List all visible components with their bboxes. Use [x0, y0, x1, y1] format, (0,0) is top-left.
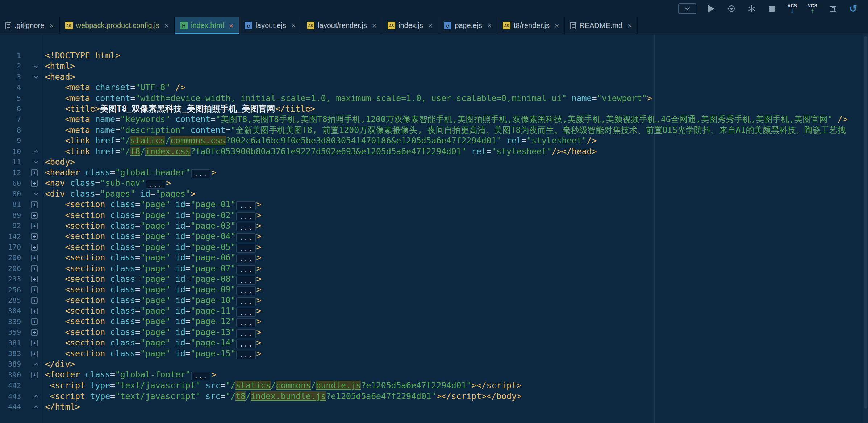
tab-close-icon[interactable]: × [372, 22, 376, 29]
code-text[interactable]: <link href="/statics/commons.css?002c6a1… [42, 135, 868, 146]
folded-region-placeholder[interactable]: ... [236, 201, 255, 210]
code-text[interactable]: <section class="page" id="page-09"...> [42, 284, 868, 295]
vcs-update-button[interactable]: VCS↓ [787, 3, 798, 14]
code-text[interactable]: <section class="page" id="page-14"...> [42, 338, 868, 348]
fold-expand-icon[interactable]: + [31, 233, 38, 240]
folded-region-placeholder[interactable]: ... [236, 244, 255, 253]
fold-collapse-icon[interactable] [34, 74, 38, 79]
tab-layout-render-js[interactable]: JSlayout/render.js× [301, 17, 382, 34]
code-text[interactable]: <html> [42, 61, 868, 71]
folded-region-placeholder[interactable]: ... [191, 169, 210, 178]
vcs-commit-button[interactable]: VCS↑ [807, 3, 818, 14]
run-config-dropdown[interactable] [678, 3, 696, 14]
tab-close-icon[interactable]: × [627, 22, 632, 29]
token-link[interactable]: statics [130, 136, 165, 145]
run-button[interactable] [706, 3, 717, 14]
tab-close-icon[interactable]: × [291, 22, 296, 29]
fold-expand-icon[interactable]: + [31, 329, 38, 336]
code-text[interactable]: <section class="page" id="page-07"...> [42, 263, 868, 274]
code-text[interactable]: <section class="page" id="page-04"...> [42, 231, 868, 242]
tab-index-html[interactable]: Hindex.html× [175, 17, 239, 34]
fold-expand-icon[interactable]: + [31, 265, 38, 272]
code-text[interactable]: <!DOCTYPE html> [42, 50, 868, 61]
fold-expand-icon[interactable]: + [31, 169, 38, 176]
fold-expand-icon[interactable]: + [31, 276, 38, 282]
tab-close-icon[interactable]: × [229, 22, 233, 29]
folded-region-placeholder[interactable]: ... [236, 329, 255, 338]
tab-page-ejs[interactable]: epage.ejs× [438, 17, 497, 34]
folded-region-placeholder[interactable]: ... [236, 308, 255, 317]
fold-expand-icon[interactable]: + [31, 201, 38, 208]
code-text[interactable]: <header class="global-header"...> [42, 167, 868, 178]
scrollbar-thumb[interactable] [864, 36, 867, 409]
tab-close-icon[interactable]: × [428, 22, 433, 29]
folded-region-placeholder[interactable]: ... [236, 318, 255, 327]
fold-collapse-icon[interactable] [34, 405, 38, 410]
token-link[interactable]: t8 [130, 147, 140, 156]
fold-collapse-icon[interactable] [34, 191, 38, 196]
tab-close-icon[interactable]: × [555, 22, 559, 29]
code-text[interactable]: <section class="page" id="page-02"...> [42, 210, 868, 221]
fold-expand-icon[interactable]: + [31, 244, 38, 251]
fold-collapse-icon[interactable] [34, 63, 38, 68]
code-text[interactable]: <section class="page" id="page-10"...> [42, 295, 868, 306]
code-text[interactable]: <section class="page" id="page-01"...> [42, 199, 868, 210]
token-link[interactable]: statics [235, 381, 271, 390]
fold-expand-icon[interactable]: + [31, 340, 38, 346]
tab-close-icon[interactable]: × [49, 22, 54, 29]
code-text[interactable]: <meta name="keywords" content="美图T8,美图T8… [42, 114, 868, 125]
folded-region-placeholder[interactable]: ... [236, 276, 255, 285]
fold-expand-icon[interactable]: + [31, 255, 38, 261]
fold-expand-icon[interactable]: + [31, 318, 38, 325]
code-text[interactable]: <title>美图T8_双像素黑科技_美图拍照手机_美图官网</title> [42, 104, 868, 114]
code-text[interactable]: <nav class="sub-nav"...> [42, 178, 868, 189]
code-text[interactable]: <footer class="global-footer"...> [42, 369, 868, 380]
code-text[interactable]: <head> [42, 72, 868, 82]
code-text[interactable]: <section class="page" id="page-08"...> [42, 274, 868, 285]
folded-region-placeholder[interactable]: ... [146, 180, 165, 189]
tab-layout-ejs[interactable]: elayout.ejs× [239, 17, 301, 34]
folded-region-placeholder[interactable]: ... [236, 212, 255, 221]
folded-region-placeholder[interactable]: ... [236, 351, 255, 359]
code-text[interactable]: <section class="page" id="page-06"...> [42, 252, 868, 263]
tab-webpack-product-config-js[interactable]: JSwebpack.product.config.js× [60, 17, 175, 34]
code-text[interactable]: <body> [42, 157, 868, 167]
tab-t8-render-js[interactable]: JSt8/render.js× [497, 17, 565, 34]
tab-gitignore[interactable]: .gitignore× [0, 17, 60, 34]
folded-region-placeholder[interactable]: ... [236, 286, 255, 295]
fold-collapse-icon[interactable] [34, 363, 38, 368]
code-text[interactable]: <section class="page" id="page-05"...> [42, 242, 868, 253]
fold-collapse-icon[interactable] [34, 395, 38, 399]
code-text[interactable]: <script type="text/javascript" src="/sta… [42, 380, 868, 391]
code-text[interactable]: </html> [42, 402, 868, 412]
fold-expand-icon[interactable]: + [31, 212, 38, 219]
fold-collapse-icon[interactable] [34, 159, 38, 164]
fold-collapse-icon[interactable] [34, 150, 38, 155]
code-text[interactable]: <section class="page" id="page-13"...> [42, 327, 868, 338]
folded-region-placeholder[interactable]: ... [236, 233, 255, 242]
token-link[interactable]: index.css [145, 147, 191, 156]
token-link[interactable]: index.bundle.js [251, 391, 326, 401]
fold-expand-icon[interactable]: + [31, 297, 38, 304]
fold-expand-icon[interactable]: + [31, 372, 38, 378]
folded-region-placeholder[interactable]: ... [236, 255, 255, 263]
folded-region-placeholder[interactable]: ... [191, 372, 210, 380]
tab-readme-md[interactable]: README.md× [565, 17, 638, 34]
rollback-button[interactable]: ↺ [848, 3, 859, 14]
fold-expand-icon[interactable]: + [31, 180, 38, 187]
code-text[interactable]: <section class="page" id="page-11"...> [42, 306, 868, 317]
diff-button[interactable] [827, 3, 838, 14]
code-area[interactable]: 1<!DOCTYPE html>2<html>3<head>4 <meta ch… [0, 34, 868, 412]
token-link[interactable]: commons [276, 381, 311, 390]
fold-expand-icon[interactable]: + [31, 223, 38, 229]
code-text[interactable]: <section class="page" id="page-12"...> [42, 316, 868, 327]
code-text[interactable]: <section class="page" id="page-15"...> [42, 348, 868, 359]
code-text[interactable]: <script type="text/javascript" src="/t8/… [42, 391, 868, 402]
code-text[interactable]: <meta name="description" content="全新美图手机… [42, 125, 868, 135]
token-link[interactable]: bundle.js [316, 381, 361, 390]
token-link[interactable]: commons.css [170, 136, 225, 145]
code-text[interactable]: <meta content="width=device-width, initi… [42, 93, 868, 104]
tab-index-js[interactable]: JSindex.js× [382, 17, 438, 34]
code-text[interactable]: <link href="/t8/index.css?fa0fc053900b80… [42, 146, 868, 157]
folded-region-placeholder[interactable]: ... [236, 297, 255, 306]
